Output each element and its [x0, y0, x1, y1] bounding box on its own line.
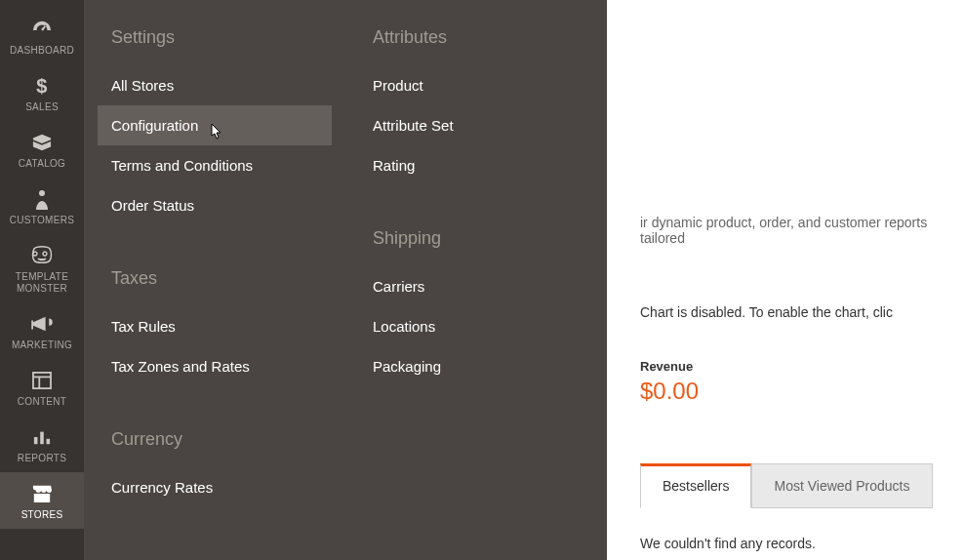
- tab-bestsellers[interactable]: Bestsellers: [640, 463, 751, 508]
- nav-label: REPORTS: [0, 453, 84, 464]
- nav-stores[interactable]: STORES: [0, 472, 84, 529]
- stores-flyout: Settings All Stores Configuration Terms …: [84, 0, 607, 560]
- empty-records-message: We couldn't find any records.: [640, 536, 964, 551]
- menu-terms-and-conditions[interactable]: Terms and Conditions: [98, 145, 332, 185]
- bars-icon: [0, 425, 84, 449]
- flyout-column-2: Attributes Product Attribute Set Rating …: [345, 0, 607, 560]
- store-icon: [0, 482, 84, 505]
- menu-locations[interactable]: Locations: [359, 306, 593, 346]
- svg-text:$: $: [36, 75, 47, 97]
- revenue-label: Revenue: [640, 359, 964, 374]
- nav-label: DASHBOARD: [0, 45, 84, 57]
- settings-heading: Settings: [111, 27, 332, 48]
- menu-product[interactable]: Product: [359, 65, 593, 105]
- nav-label: CATALOG: [0, 158, 84, 170]
- menu-carriers[interactable]: Carriers: [359, 266, 593, 306]
- menu-currency-rates[interactable]: Currency Rates: [98, 467, 332, 507]
- nav-catalog[interactable]: CATALOG: [0, 121, 84, 178]
- taxes-heading: Taxes: [111, 268, 332, 289]
- menu-all-stores[interactable]: All Stores: [98, 65, 332, 105]
- menu-rating[interactable]: Rating: [359, 145, 593, 185]
- shipping-heading: Shipping: [373, 228, 593, 249]
- flyout-column-1: Settings All Stores Configuration Terms …: [84, 0, 345, 560]
- nav-label: SALES: [0, 101, 84, 113]
- nav-content[interactable]: CONTENT: [0, 359, 84, 416]
- menu-tax-zones-rates[interactable]: Tax Zones and Rates: [98, 346, 332, 386]
- nav-dashboard[interactable]: DASHBOARD: [0, 8, 84, 64]
- layout-icon: [0, 369, 84, 392]
- svg-rect-7: [47, 439, 51, 444]
- monster-icon: [0, 244, 84, 267]
- dollar-icon: $: [0, 74, 84, 98]
- svg-rect-6: [40, 432, 44, 445]
- nav-label: MARKETING: [0, 340, 84, 351]
- nav-customers[interactable]: CUSTOMERS: [0, 178, 84, 234]
- nav-label: TEMPLATE MONSTER: [0, 271, 84, 295]
- menu-tax-rules[interactable]: Tax Rules: [98, 306, 332, 346]
- reports-hint: ir dynamic product, order, and customer …: [640, 215, 964, 246]
- megaphone-icon: [0, 312, 84, 336]
- menu-configuration[interactable]: Configuration: [98, 105, 332, 145]
- admin-sidebar: DASHBOARD $ SALES CATALOG CUSTOMERS TEMP…: [0, 0, 84, 560]
- nav-sales[interactable]: $ SALES: [0, 64, 84, 121]
- nav-label: CONTENT: [0, 396, 84, 408]
- attributes-heading: Attributes: [373, 27, 593, 48]
- svg-point-1: [39, 190, 45, 196]
- currency-heading: Currency: [111, 429, 332, 450]
- nav-marketing[interactable]: MARKETING: [0, 302, 84, 359]
- nav-label: CUSTOMERS: [0, 215, 84, 226]
- box-icon: [0, 131, 84, 154]
- person-icon: [0, 187, 84, 211]
- dashboard-icon: [0, 18, 84, 41]
- nav-label: STORES: [0, 509, 84, 521]
- nav-template-monster[interactable]: TEMPLATE MONSTER: [0, 234, 84, 302]
- chart-disabled-message: Chart is disabled. To enable the chart, …: [640, 304, 964, 320]
- menu-order-status[interactable]: Order Status: [98, 185, 332, 225]
- menu-attribute-set[interactable]: Attribute Set: [359, 105, 593, 145]
- menu-packaging[interactable]: Packaging: [359, 346, 593, 386]
- svg-rect-2: [33, 373, 51, 388]
- dashboard-tabs: Bestsellers Most Viewed Products: [640, 463, 964, 508]
- revenue-value: $0.00: [640, 378, 964, 405]
- tab-most-viewed[interactable]: Most Viewed Products: [751, 463, 932, 508]
- nav-reports[interactable]: REPORTS: [0, 416, 84, 472]
- svg-rect-5: [34, 437, 38, 444]
